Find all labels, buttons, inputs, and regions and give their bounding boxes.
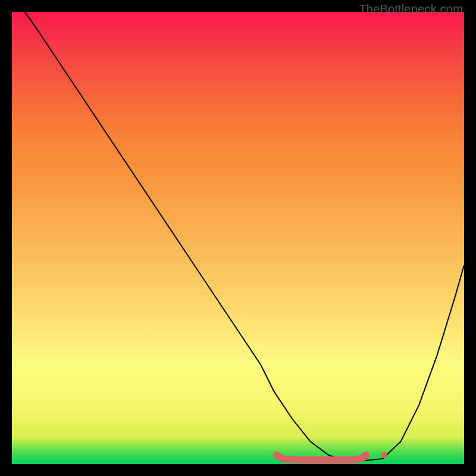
highlight-region <box>277 455 366 460</box>
svg-point-0 <box>381 452 387 458</box>
plot-area <box>12 12 464 464</box>
main-curve <box>12 12 464 461</box>
chart-container: TheBottleneck.com <box>0 0 476 476</box>
watermark-text: TheBottleneck.com <box>359 2 463 16</box>
highlight-dot <box>381 452 387 458</box>
chart-svg <box>12 12 464 464</box>
